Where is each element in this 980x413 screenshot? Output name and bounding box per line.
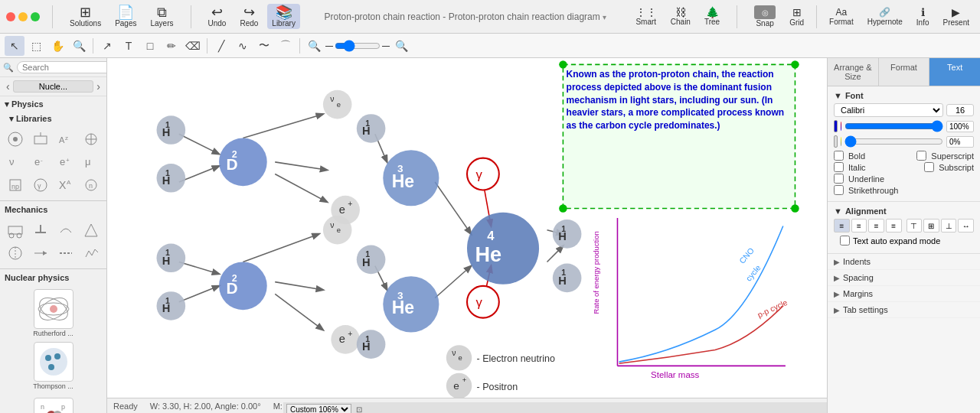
format-button[interactable]: Aa Format	[825, 5, 858, 28]
mech-icon-2[interactable]	[28, 220, 52, 241]
pan-tool[interactable]: ✋	[47, 36, 67, 56]
curve-tool[interactable]: ∿	[233, 36, 253, 56]
physics-icon-12[interactable]: n	[80, 174, 103, 196]
strikethrough-checkbox[interactable]	[834, 185, 844, 195]
smart-button[interactable]: ⋮⋮ Smart	[631, 5, 662, 28]
zoom-tool[interactable]: 🔍	[69, 36, 89, 56]
align-bottom-button[interactable]: ⊥	[941, 219, 957, 233]
tab-text[interactable]: Text	[929, 58, 980, 86]
zoom-select[interactable]: Custom 106%	[286, 404, 351, 413]
highlight-color-wheel[interactable]	[841, 137, 841, 146]
font-section-header[interactable]: ▼ Font	[834, 91, 974, 100]
physics-icon-2[interactable]	[28, 128, 52, 150]
eraser-tool[interactable]: ⌫	[183, 36, 203, 56]
font-size-input[interactable]: 16	[946, 104, 974, 116]
zoom-in-tool[interactable]: 🔍	[391, 36, 411, 56]
thompson-model-item[interactable]: Thompson ...	[3, 340, 103, 392]
info-button[interactable]: ℹ Info	[912, 5, 934, 28]
search-input[interactable]	[17, 61, 107, 73]
nav-forward-arrow[interactable]: ›	[93, 79, 103, 94]
mech-icon-7[interactable]	[54, 242, 78, 264]
text-direction-button[interactable]: ↔	[958, 219, 974, 233]
physics-section-header[interactable]: ▾ Physics	[0, 96, 106, 111]
nav-back-arrow[interactable]: ‹	[3, 79, 13, 94]
font-name-select[interactable]: Calibri	[834, 103, 943, 117]
mech-icon-3[interactable]	[54, 220, 78, 241]
text-tool[interactable]: T	[119, 36, 139, 56]
hypernote-button[interactable]: 🔗 Hypernote	[863, 5, 907, 28]
physics-icon-10[interactable]: γ	[28, 174, 52, 196]
shape-tool[interactable]: □	[140, 36, 160, 56]
maximize-button[interactable]	[31, 12, 40, 21]
brush-tool[interactable]: ✏	[162, 36, 181, 56]
zoom-out-tool[interactable]: 🔍	[304, 36, 324, 56]
bold-checkbox[interactable]	[834, 151, 844, 161]
polyline-tool[interactable]: ⌒	[276, 36, 296, 56]
fit-button[interactable]: ⊡	[356, 405, 362, 413]
grid-button[interactable]: ⊞ Grid	[785, 5, 808, 28]
indents-expand[interactable]: ▶ Indents	[828, 254, 980, 270]
margins-expand[interactable]: ▶ Margins	[828, 286, 980, 302]
library-button[interactable]: 📚 Library	[267, 4, 300, 29]
close-button[interactable]	[6, 12, 15, 21]
physics-icon-11[interactable]: XA	[54, 174, 78, 196]
align-center-button[interactable]: ≡	[851, 219, 867, 233]
align-left-button[interactable]: ≡	[834, 219, 850, 233]
zoom-slider[interactable]	[335, 41, 381, 50]
freeform-tool[interactable]: 〜	[254, 36, 274, 56]
subscript-checkbox[interactable]	[924, 162, 934, 172]
physics-icon-1[interactable]	[3, 128, 27, 150]
highlight-opacity-slider[interactable]	[844, 138, 943, 145]
minimize-button[interactable]	[18, 12, 28, 21]
superscript-checkbox[interactable]	[916, 151, 926, 161]
layers-button[interactable]: ⧉ Layers	[146, 4, 178, 29]
connection-tool[interactable]: ↗	[97, 36, 117, 56]
mech-icon-4[interactable]	[80, 220, 103, 241]
tab-format[interactable]: Format	[879, 58, 930, 86]
present-button[interactable]: ▶ Present	[939, 5, 974, 28]
lasso-tool[interactable]: ⬚	[26, 36, 46, 56]
auto-expand-checkbox[interactable]	[840, 236, 850, 246]
alignment-section-header[interactable]: ▼ Alignment	[834, 206, 974, 216]
highlight-swatch[interactable]	[834, 135, 838, 148]
chain-button[interactable]: ⛓ Chain	[666, 5, 695, 28]
physics-icon-6[interactable]: e-	[28, 151, 52, 173]
tree-button[interactable]: 🌲 Tree	[700, 5, 724, 28]
rutherford-model-item[interactable]: Rutherford ...	[3, 288, 103, 339]
mech-icon-8[interactable]	[80, 242, 103, 264]
underline-checkbox[interactable]	[834, 174, 844, 184]
align-right-button[interactable]: ≡	[868, 219, 884, 233]
opacity-input[interactable]	[946, 121, 974, 132]
redo-button[interactable]: ↪ Redo	[235, 4, 263, 29]
align-justify-button[interactable]: ≡	[886, 219, 902, 233]
physics-icon-4[interactable]	[80, 128, 103, 150]
mechanics-icon-grid	[0, 216, 106, 267]
tab-settings-expand[interactable]: ▶ Tab settings	[828, 302, 980, 318]
highlight-opacity-input[interactable]	[946, 136, 974, 148]
mech-icon-6[interactable]	[28, 242, 52, 264]
h-scrollbar[interactable]: Custom 106% ⊡	[283, 402, 827, 413]
opacity-slider[interactable]	[844, 122, 943, 130]
mech-icon-1[interactable]	[3, 220, 27, 241]
align-top-button[interactable]: ⊤	[906, 219, 923, 233]
physics-icon-5[interactable]: ν	[3, 151, 27, 173]
font-color-swatch[interactable]	[834, 120, 838, 132]
snap-button[interactable]: ◎ Snap	[750, 4, 780, 29]
select-tool[interactable]: ↖	[5, 36, 24, 56]
undo-button[interactable]: ↩ Undo	[204, 4, 231, 29]
solutions-button[interactable]: ⊞ Solutions	[65, 4, 106, 29]
physics-icon-9[interactable]: np	[3, 174, 27, 196]
color-wheel[interactable]	[841, 122, 841, 131]
physics-icon-3[interactable]: Az	[54, 128, 78, 150]
mech-icon-5[interactable]	[3, 242, 27, 264]
pages-button[interactable]: 📄 Pages	[110, 4, 141, 29]
tab-arrange[interactable]: Arrange & Size	[828, 58, 879, 86]
spacing-expand[interactable]: ▶ Spacing	[828, 270, 980, 286]
nucleus-model-item[interactable]: n p Nucleus model	[3, 396, 103, 413]
physics-icon-8[interactable]: μ	[80, 151, 103, 173]
align-middle-button[interactable]: ⊞	[923, 219, 939, 233]
physics-icon-7[interactable]: e+	[54, 151, 78, 173]
line-tool[interactable]: ╱	[211, 36, 231, 56]
libraries-section-header[interactable]: ▾ Libraries	[0, 111, 106, 125]
italic-checkbox[interactable]	[834, 162, 844, 172]
